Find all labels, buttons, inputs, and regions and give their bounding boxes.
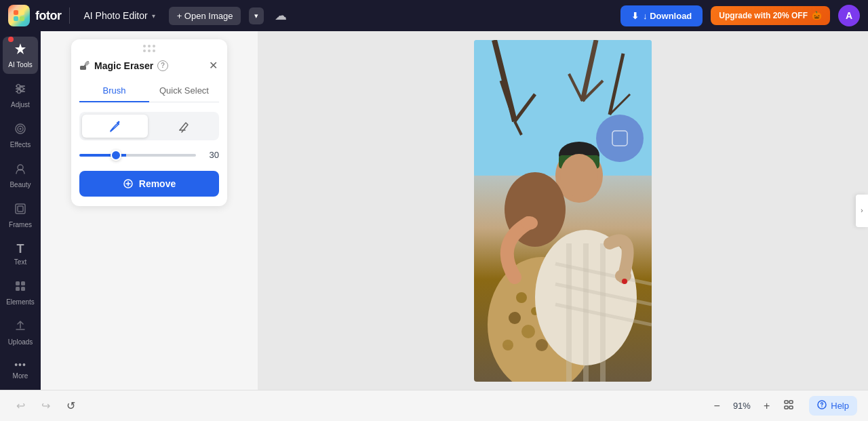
photo-svg bbox=[474, 40, 652, 382]
editor-title-btn[interactable]: AI Photo Editor ▾ bbox=[78, 7, 160, 24]
svg-rect-21 bbox=[21, 281, 25, 285]
svg-rect-23 bbox=[21, 287, 25, 291]
sidebar-item-more-label: More bbox=[13, 372, 28, 380]
pumpkin-icon: 🎃 bbox=[812, 11, 822, 20]
zoom-out-icon: − bbox=[714, 400, 720, 412]
remove-btn-label: Remove bbox=[139, 178, 176, 189]
photo-canvas bbox=[474, 40, 652, 382]
zoom-controls: − 91% + bbox=[710, 397, 799, 415]
svg-point-42 bbox=[509, 312, 521, 324]
reset-button[interactable]: ↺ bbox=[61, 397, 81, 415]
svg-point-64 bbox=[622, 279, 627, 284]
open-image-label: + Open Image bbox=[177, 11, 233, 21]
reset-icon: ↺ bbox=[66, 400, 75, 412]
sidebar-item-beauty[interactable]: Beauty bbox=[3, 157, 38, 194]
magic-eraser-panel: Magic Eraser ? ✕ Brush Quick Select bbox=[71, 39, 227, 206]
sidebar-item-beauty-label: Beauty bbox=[9, 181, 31, 188]
help-icon[interactable]: ? bbox=[157, 60, 168, 71]
help-label: Help bbox=[831, 401, 849, 411]
open-image-button[interactable]: + Open Image bbox=[169, 7, 241, 25]
sidebar-item-more[interactable]: ••• More bbox=[3, 354, 38, 385]
svg-rect-19 bbox=[18, 206, 23, 212]
paint-brush-icon bbox=[108, 119, 122, 133]
sidebar-item-text-label: Text bbox=[14, 258, 26, 266]
panel-body: 30 Remove bbox=[71, 102, 227, 206]
avatar[interactable]: A bbox=[838, 5, 860, 26]
fit-screen-button[interactable] bbox=[779, 397, 798, 415]
panel-area: Magic Eraser ? ✕ Brush Quick Select bbox=[41, 31, 258, 390]
zoom-in-button[interactable]: + bbox=[760, 397, 774, 415]
download-button[interactable]: ⬇ ↓ Download bbox=[620, 5, 703, 26]
sidebar-item-uploads-label: Uploads bbox=[8, 338, 33, 346]
brush-erase-option[interactable] bbox=[151, 115, 216, 138]
sidebar-item-adjust[interactable]: Adjust bbox=[3, 77, 38, 114]
svg-point-62 bbox=[521, 216, 538, 230]
panel-header: Magic Eraser ? ✕ bbox=[71, 55, 227, 80]
dropdown-chevron: ▾ bbox=[254, 12, 258, 20]
fit-screen-icon bbox=[783, 401, 794, 412]
editor-title-label: AI Photo Editor bbox=[83, 10, 147, 21]
text-icon: T bbox=[17, 242, 24, 256]
undo-button[interactable]: ↩ bbox=[11, 397, 31, 415]
right-panel-toggle[interactable]: › bbox=[856, 195, 868, 227]
sidebar-item-elements-label: Elements bbox=[6, 298, 35, 306]
svg-rect-3 bbox=[20, 16, 24, 21]
elements-icon bbox=[14, 279, 27, 296]
brush-size-row: 30 bbox=[79, 150, 219, 160]
logo-area: fotor bbox=[8, 5, 61, 26]
panel-title-text: Magic Eraser bbox=[94, 60, 153, 71]
help-circle-icon bbox=[817, 400, 827, 412]
svg-point-47 bbox=[502, 340, 513, 350]
right-toggle-icon: › bbox=[861, 207, 863, 214]
drag-dots bbox=[143, 45, 155, 52]
upgrade-label: Upgrade with 20% OFF bbox=[719, 11, 808, 20]
sidebar-item-frames[interactable]: Frames bbox=[3, 197, 38, 234]
sidebar-item-ai-tools[interactable]: AI Tools bbox=[3, 37, 38, 74]
svg-rect-24 bbox=[80, 66, 86, 70]
svg-point-60 bbox=[560, 154, 598, 197]
sidebar-item-effects-label: Effects bbox=[10, 141, 31, 148]
bottom-bar: ↩ ↪ ↺ − 91% + bbox=[0, 390, 868, 421]
sidebar-item-text[interactable]: T Text bbox=[3, 237, 38, 271]
svg-rect-66 bbox=[789, 401, 793, 403]
sidebar-item-elements[interactable]: Elements bbox=[3, 274, 38, 311]
remove-icon bbox=[123, 178, 134, 189]
brush-size-slider[interactable] bbox=[79, 154, 196, 157]
avatar-letter: A bbox=[846, 10, 852, 21]
zoom-out-button[interactable]: − bbox=[710, 397, 724, 415]
sidebar: AI Tools Adjust bbox=[0, 31, 41, 390]
sidebar-item-effects[interactable]: Effects bbox=[3, 117, 38, 154]
svg-point-45 bbox=[521, 325, 535, 338]
topbar: fotor AI Photo Editor ▾ + Open Image ▾ ☁… bbox=[0, 0, 868, 31]
help-button[interactable]: Help bbox=[809, 396, 857, 416]
panel-tabs: Brush Quick Select bbox=[79, 80, 219, 102]
erase-brush-icon bbox=[177, 119, 191, 133]
redo-button[interactable]: ↪ bbox=[36, 397, 56, 415]
panel-drag-handle[interactable] bbox=[71, 39, 227, 55]
tab-brush[interactable]: Brush bbox=[79, 80, 149, 102]
remove-button[interactable]: Remove bbox=[79, 171, 219, 197]
ai-tools-icon bbox=[14, 42, 27, 59]
magic-eraser-icon bbox=[79, 60, 90, 71]
upgrade-button[interactable]: Upgrade with 20% OFF 🎃 bbox=[711, 6, 830, 25]
svg-rect-18 bbox=[16, 204, 25, 214]
editor-title-chevron: ▾ bbox=[152, 12, 155, 20]
topbar-divider bbox=[69, 7, 70, 24]
sidebar-item-adjust-label: Adjust bbox=[11, 101, 30, 108]
svg-rect-68 bbox=[789, 406, 793, 409]
open-image-dropdown[interactable]: ▾ bbox=[249, 7, 264, 24]
zoom-percent: 91% bbox=[730, 401, 754, 411]
brush-paint-option[interactable] bbox=[82, 115, 148, 138]
svg-marker-4 bbox=[15, 43, 26, 54]
sidebar-item-uploads[interactable]: Uploads bbox=[3, 314, 38, 351]
cloud-icon[interactable]: ☁ bbox=[272, 5, 290, 26]
svg-rect-67 bbox=[785, 406, 788, 409]
panel-close-button[interactable]: ✕ bbox=[208, 58, 219, 73]
sidebar-item-ai-tools-label: AI Tools bbox=[8, 61, 32, 68]
zoom-in-icon: + bbox=[764, 400, 770, 412]
brush-toggle bbox=[79, 112, 219, 140]
effects-icon bbox=[14, 122, 27, 139]
tab-quick-select[interactable]: Quick Select bbox=[149, 80, 219, 102]
canvas-area[interactable]: › bbox=[258, 31, 868, 390]
undo-icon: ↩ bbox=[16, 400, 25, 412]
